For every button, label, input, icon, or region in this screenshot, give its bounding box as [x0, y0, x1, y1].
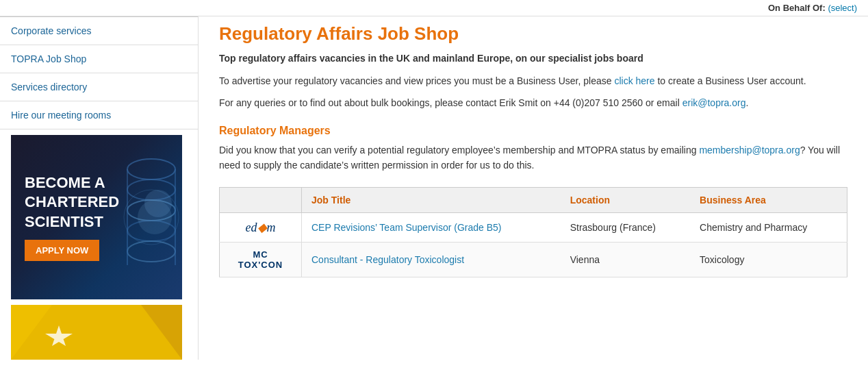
- banner-line1: BECOME A: [25, 173, 119, 193]
- row-job-title-2: Consultant - Regulatory Toxicologist: [302, 242, 561, 277]
- on-behalf-label: On Behalf Of: (select): [768, 3, 857, 13]
- intro-text-pre: To advertise your regulatory vacancies a…: [219, 75, 614, 86]
- row-location-1: Strasbourg (France): [561, 212, 690, 242]
- sidebar-banner: BECOME A CHARTERED SCIENTIST APPLY NOW: [11, 135, 182, 299]
- banner-line3: SCIENTIST: [25, 212, 119, 232]
- intro-text-post: to create a Business User account.: [655, 75, 806, 86]
- job-link-2[interactable]: Consultant - Regulatory Toxicologist: [311, 254, 464, 265]
- row-location-2: Vienna: [561, 242, 690, 277]
- sidebar: Corporate services TOPRA Job Shop Servic…: [0, 16, 199, 360]
- jobs-table-body: ed◆m CEP Revisions’ Team Supervisor (Gra…: [220, 212, 847, 277]
- table-row: ed◆m CEP Revisions’ Team Supervisor (Gra…: [220, 212, 847, 242]
- top-bar: On Behalf Of: (select): [0, 0, 868, 16]
- row-logo-mctox: MC TOX'CON: [220, 242, 302, 277]
- banner-text: BECOME A CHARTERED SCIENTIST: [25, 173, 119, 232]
- svg-point-9: [138, 200, 172, 234]
- sidebar-item-corporate-services[interactable]: Corporate services: [0, 17, 198, 45]
- click-here-link[interactable]: click here: [614, 75, 654, 86]
- row-business-area-2: Toxicology: [690, 242, 847, 277]
- job-link-1[interactable]: CEP Revisions’ Team Supervisor (Grade B5…: [311, 222, 502, 233]
- select-link[interactable]: (select): [828, 3, 857, 13]
- col-location: Location: [561, 187, 690, 212]
- table-row: MC TOX'CON Consultant - Regulatory Toxic…: [220, 242, 847, 277]
- sidebar-item-topra-job-shop[interactable]: TOPRA Job Shop: [0, 45, 198, 73]
- dna-decoration-icon: [114, 149, 182, 286]
- sidebar-item-hire-meeting-rooms[interactable]: Hire our meeting rooms: [0, 101, 198, 129]
- reg-managers-text-pre: Did you know that you can verify a poten…: [219, 145, 699, 156]
- sidebar-bottom-banner: [11, 305, 182, 360]
- membership-email-link[interactable]: membership@topra.org: [699, 145, 800, 156]
- col-logo: [220, 187, 302, 212]
- reg-managers-title: Regulatory Managers: [219, 125, 847, 137]
- jobs-table-header: Job Title Location Business Area: [220, 187, 847, 212]
- banner-line2: CHARTERED: [25, 193, 119, 212]
- apply-now-button[interactable]: APPLY NOW: [25, 240, 99, 261]
- page-title: Regulatory Affairs Job Shop: [219, 23, 847, 45]
- intro-paragraph-1: To advertise your regulatory vacancies a…: [219, 73, 847, 88]
- main-content: Regulatory Affairs Job Shop Top regulato…: [199, 16, 868, 360]
- row-business-area-1: Chemistry and Pharmacy: [690, 212, 847, 242]
- col-business-area: Business Area: [690, 187, 847, 212]
- contact-text: For any queries or to find out about bul…: [219, 97, 682, 108]
- col-job-title: Job Title: [302, 187, 561, 212]
- intro-paragraph-2: For any queries or to find out about bul…: [219, 95, 847, 110]
- page-layout: Corporate services TOPRA Job Shop Servic…: [0, 16, 868, 360]
- sidebar-nav: Corporate services TOPRA Job Shop Servic…: [0, 16, 198, 129]
- sidebar-item-services-directory[interactable]: Services directory: [0, 73, 198, 101]
- reg-managers-paragraph: Did you know that you can verify a poten…: [219, 142, 847, 173]
- svg-point-0: [127, 159, 175, 179]
- mctox-logo: MC TOX'CON: [229, 249, 292, 270]
- on-behalf-text: On Behalf Of:: [768, 3, 826, 13]
- bottom-banner-graphic: [11, 305, 182, 360]
- contact-email-link[interactable]: erik@topra.org: [682, 97, 746, 108]
- row-job-title-1: CEP Revisions’ Team Supervisor (Grade B5…: [302, 212, 561, 242]
- intro-bold: Top regulatory affairs vacancies in the …: [219, 53, 847, 64]
- edqm-logo: ed◆m: [229, 220, 292, 235]
- contact-text-post: .: [746, 97, 749, 108]
- row-logo-edqm: ed◆m: [220, 212, 302, 242]
- jobs-table: Job Title Location Business Area ed◆m CE…: [219, 187, 847, 277]
